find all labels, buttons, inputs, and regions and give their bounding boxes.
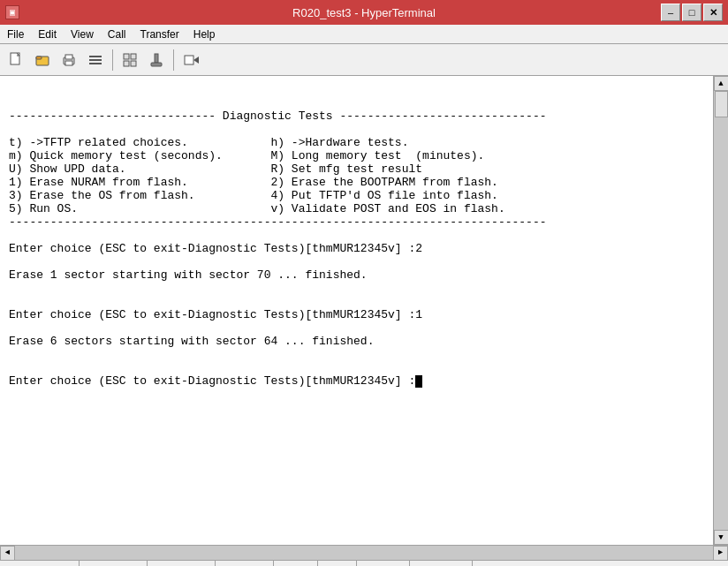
terminal-content: ------------------------------ Diagnosti… <box>9 109 547 388</box>
title-bar-left: ▣ <box>5 5 19 19</box>
menu-transfer[interactable]: Transfer <box>133 25 186 43</box>
minimize-button[interactable]: – <box>661 4 680 21</box>
scroll-down-button[interactable]: ▼ <box>714 530 729 545</box>
send-button[interactable] <box>178 48 203 72</box>
svg-rect-9 <box>124 54 129 59</box>
toolbar <box>0 44 728 76</box>
status-baud: 9600 8-N-1 <box>148 561 216 566</box>
menu-view[interactable]: View <box>64 25 101 43</box>
terminal-wrapper: ------------------------------ Diagnosti… <box>0 76 728 545</box>
disconnect-button[interactable] <box>144 48 169 72</box>
menu-bar: File Edit View Call Transfer Help <box>0 25 728 44</box>
status-print-echo: Print echo <box>410 561 473 566</box>
svg-rect-14 <box>151 63 162 66</box>
toolbar-separator-2 <box>173 49 174 71</box>
scroll-track-vertical[interactable] <box>714 91 728 530</box>
svg-rect-15 <box>185 56 193 64</box>
svg-rect-8 <box>89 63 102 64</box>
title-bar: ▣ R020_test3 - HyperTerminal – □ ✕ <box>0 0 728 25</box>
horizontal-scrollbar[interactable]: ◄ ► <box>0 545 728 560</box>
scroll-right-button[interactable]: ► <box>713 546 728 561</box>
status-auto-detect: Auto detect <box>80 561 148 566</box>
svg-rect-11 <box>124 61 129 66</box>
maximize-button[interactable]: □ <box>682 4 701 21</box>
svg-rect-6 <box>89 56 102 57</box>
dial-button[interactable] <box>118 48 142 72</box>
status-scroll: SCROLL <box>216 561 273 566</box>
open-button[interactable] <box>30 48 55 72</box>
window-title: R020_test3 - HyperTerminal <box>292 6 436 19</box>
svg-rect-12 <box>131 61 136 66</box>
menu-help[interactable]: Help <box>186 25 223 43</box>
terminal-output[interactable]: ------------------------------ Diagnosti… <box>0 76 713 545</box>
window-controls: – □ ✕ <box>661 4 723 21</box>
svg-rect-5 <box>65 61 72 65</box>
scroll-left-button[interactable]: ◄ <box>0 546 15 561</box>
menu-call[interactable]: Call <box>101 25 133 43</box>
status-connection: Disconnected <box>0 561 80 566</box>
svg-marker-16 <box>193 57 199 64</box>
status-bar: Disconnected Auto detect 9600 8-N-1 SCRO… <box>0 560 728 566</box>
new-button[interactable] <box>4 48 28 72</box>
print-button[interactable] <box>57 48 81 72</box>
svg-rect-7 <box>89 59 102 61</box>
status-caps: CAPS <box>274 561 318 566</box>
svg-rect-4 <box>65 55 72 59</box>
svg-rect-2 <box>36 57 42 59</box>
svg-rect-10 <box>131 54 136 59</box>
menu-file[interactable]: File <box>0 25 31 43</box>
status-num: NUM <box>318 561 357 566</box>
scroll-track-horizontal[interactable] <box>15 546 713 560</box>
app-icon: ▣ <box>5 5 19 19</box>
vertical-scrollbar[interactable]: ▲ ▼ <box>713 76 728 545</box>
svg-rect-13 <box>155 54 158 63</box>
close-button[interactable]: ✕ <box>703 4 723 21</box>
scroll-thumb-vertical[interactable] <box>715 91 728 117</box>
toolbar-separator-1 <box>112 49 113 71</box>
cursor <box>415 375 422 388</box>
properties-button[interactable] <box>83 48 108 72</box>
menu-edit[interactable]: Edit <box>31 25 64 43</box>
scroll-up-button[interactable]: ▲ <box>714 76 729 91</box>
status-capture: Capture <box>357 561 410 566</box>
